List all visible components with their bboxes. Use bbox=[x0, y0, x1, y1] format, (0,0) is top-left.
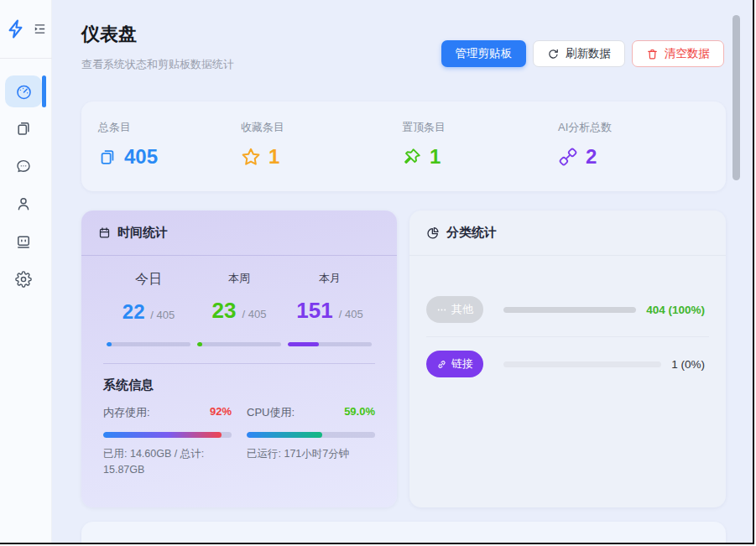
robot-icon bbox=[15, 233, 32, 250]
stat-value: 1 bbox=[269, 145, 279, 169]
cpu-progress-bar bbox=[247, 432, 375, 438]
lightning-logo-icon bbox=[6, 18, 27, 39]
star-icon bbox=[241, 147, 261, 167]
sidebar-item-clipboard[interactable] bbox=[5, 112, 42, 144]
app-window: 仪表盘 查看系统状态和剪贴板数据统计 管理剪贴板 刷新数据 bbox=[0, 0, 754, 544]
stat-label: 置顶条目 bbox=[402, 120, 558, 135]
stat-total-entries: 总条目 405 bbox=[98, 120, 241, 191]
today-progress-bar bbox=[107, 342, 190, 346]
category-badge-link: 链接 bbox=[426, 351, 483, 377]
time-statistics-card: 时间统计 今日 22 / 405 本周 23 / 405 bbox=[81, 211, 397, 507]
period-total: / 405 bbox=[150, 309, 175, 321]
month-progress-bar bbox=[288, 342, 372, 346]
next-section-card bbox=[81, 522, 726, 544]
memory-usage-label: 内存使用: bbox=[103, 405, 150, 420]
category-row-link: 链接 1 (0%) bbox=[409, 337, 726, 391]
category-statistics-title: 分类统计 bbox=[446, 225, 497, 241]
category-statistics-card: 分类统计 其他 404 (100%) bbox=[409, 211, 726, 507]
gear-icon bbox=[15, 271, 32, 288]
stat-value: 1 bbox=[430, 145, 441, 169]
period-label: 本周 bbox=[194, 271, 284, 286]
category-row-other: 其他 404 (100%) bbox=[409, 283, 726, 336]
stat-label: AI分析总数 bbox=[558, 120, 726, 135]
time-statistics-title: 时间统计 bbox=[117, 225, 168, 241]
category-value: 404 (100%) bbox=[646, 304, 705, 316]
system-info-title: 系统信息 bbox=[81, 364, 397, 393]
link-icon bbox=[436, 359, 447, 370]
uptime-detail: 已运行: 171小时7分钟 bbox=[247, 446, 375, 462]
stat-value: 405 bbox=[124, 145, 158, 169]
sidebar-item-assistant[interactable] bbox=[5, 226, 42, 257]
memory-usage-block: 内存使用: 92% 已用: 14.60GB / 总计: 15.87GB bbox=[103, 405, 232, 479]
ellipsis-icon bbox=[436, 304, 447, 315]
copy-icon bbox=[98, 148, 117, 166]
copy-icon bbox=[15, 120, 32, 137]
memory-usage-value: 92% bbox=[210, 405, 232, 420]
sidebar bbox=[0, 0, 52, 543]
week-progress-bar bbox=[197, 342, 281, 346]
menu-fold-icon[interactable] bbox=[33, 22, 47, 36]
sidebar-item-profile[interactable] bbox=[5, 188, 42, 220]
sidebar-item-messages[interactable] bbox=[5, 150, 42, 182]
category-value: 1 (0%) bbox=[671, 358, 705, 371]
sidebar-item-settings[interactable] bbox=[5, 263, 42, 295]
stats-summary-card: 总条目 405 收藏条目 bbox=[81, 101, 726, 191]
gauge-icon bbox=[15, 83, 33, 101]
pin-icon bbox=[402, 147, 422, 167]
time-period-today: 今日 22 / 405 bbox=[103, 271, 194, 346]
clear-data-button[interactable]: 清空数据 bbox=[632, 40, 724, 67]
cpu-usage-value: 59.0% bbox=[344, 405, 375, 420]
chat-icon bbox=[15, 158, 32, 174]
clear-data-label: 清空数据 bbox=[665, 46, 710, 61]
vertical-scrollbar[interactable] bbox=[733, 15, 740, 180]
page-title: 仪表盘 bbox=[81, 22, 137, 47]
api-icon bbox=[558, 147, 578, 167]
category-badge-other: 其他 bbox=[426, 296, 483, 323]
stat-label: 收藏条目 bbox=[241, 120, 402, 135]
sidebar-item-dashboard[interactable] bbox=[5, 75, 42, 107]
category-label: 其他 bbox=[451, 302, 473, 317]
calendar-icon bbox=[98, 226, 111, 239]
manage-clipboard-label: 管理剪贴板 bbox=[456, 46, 513, 61]
period-value: 23 bbox=[211, 298, 236, 323]
stat-label: 总条目 bbox=[98, 120, 241, 135]
header-actions: 管理剪贴板 刷新数据 bbox=[441, 40, 725, 67]
refresh-data-label: 刷新数据 bbox=[566, 46, 611, 61]
active-indicator bbox=[42, 75, 46, 107]
page-subtitle: 查看系统状态和剪贴板数据统计 bbox=[81, 57, 234, 72]
refresh-data-button[interactable]: 刷新数据 bbox=[533, 40, 625, 67]
period-label: 本月 bbox=[284, 271, 375, 286]
period-value: 151 bbox=[296, 298, 332, 323]
period-value: 22 bbox=[123, 300, 145, 323]
stat-value: 2 bbox=[586, 145, 597, 169]
pie-chart-icon bbox=[426, 226, 440, 240]
refresh-icon bbox=[547, 48, 560, 60]
user-icon bbox=[15, 195, 32, 212]
period-total: / 405 bbox=[242, 308, 267, 320]
memory-detail: 已用: 14.60GB / 总计: 15.87GB bbox=[103, 446, 232, 479]
trash-icon bbox=[646, 48, 659, 60]
memory-progress-bar bbox=[103, 432, 232, 438]
stat-favorite-entries: 收藏条目 1 bbox=[241, 120, 402, 191]
cpu-usage-label: CPU使用: bbox=[247, 405, 295, 420]
stat-pinned-entries: 置顶条目 1 bbox=[402, 120, 558, 191]
manage-clipboard-button[interactable]: 管理剪贴板 bbox=[441, 40, 527, 67]
period-label: 今日 bbox=[103, 271, 194, 289]
category-progress-bar bbox=[503, 307, 636, 313]
time-period-month: 本月 151 / 405 bbox=[284, 271, 375, 346]
main-content: 仪表盘 查看系统状态和剪贴板数据统计 管理剪贴板 刷新数据 bbox=[52, 0, 753, 543]
period-total: / 405 bbox=[339, 308, 363, 320]
stat-ai-analyses: AI分析总数 2 bbox=[558, 120, 726, 191]
category-label: 链接 bbox=[451, 356, 473, 372]
time-period-week: 本周 23 / 405 bbox=[194, 271, 284, 346]
category-progress-bar bbox=[503, 361, 661, 367]
cpu-usage-block: CPU使用: 59.0% 已运行: 171小时7分钟 bbox=[247, 405, 375, 479]
